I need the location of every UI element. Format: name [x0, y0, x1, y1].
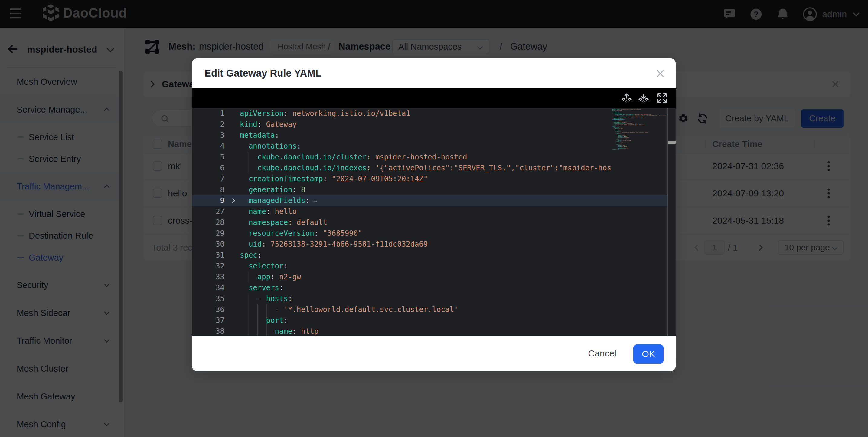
code-token: ckube.daocloud.io/cluster	[240, 153, 367, 161]
code-token: 75263138-3291-4b66-9581-f11dc032da69	[617, 124, 644, 125]
code-token: :	[367, 153, 375, 161]
code-token: resourceVersion	[240, 229, 314, 238]
line-number: 36	[192, 304, 224, 315]
code-line-31: 31spec:	[192, 250, 611, 261]
code-line-28: 28 namespace: default	[192, 217, 611, 228]
code-text: uid: 75263138-3291-4b66-9581-f11dc032da6…	[240, 239, 428, 250]
fold-chevron-icon[interactable]	[229, 197, 238, 204]
code-text: - hosts:	[240, 293, 292, 304]
code-line-29: 29 resourceVersion: "3685990"	[192, 228, 611, 239]
code-token: mspider-hosted-hosted	[375, 153, 467, 161]
code-token: "3685990"	[323, 229, 362, 238]
code-token	[240, 316, 266, 325]
code-token: baidu.com	[620, 143, 626, 143]
code-token: Gateway	[266, 120, 297, 128]
line-number: 29	[192, 228, 224, 239]
code-token: generation	[240, 185, 292, 194]
code-text: namespace: default	[240, 217, 327, 228]
editor-minimap[interactable]: apiVersion: networking.istio.io/v1beta1k…	[611, 108, 667, 336]
line-number: 4	[192, 141, 224, 152]
line-number: 38	[192, 326, 224, 336]
code-token: :	[284, 109, 292, 118]
code-line-27: 27 name: hello	[192, 206, 611, 217]
code-line-37: 37 port:	[192, 315, 611, 326]
line-number: 6	[192, 163, 224, 173]
code-text: apiVersion: networking.istio.io/v1beta1	[240, 108, 410, 119]
yaml-code-editor[interactable]: 1apiVersion: networking.istio.io/v1beta1…	[192, 108, 676, 336]
code-token: :	[284, 262, 288, 270]
code-token: n2-gw	[279, 273, 301, 281]
indent-guide	[249, 152, 249, 173]
code-token: annotations	[240, 142, 297, 150]
code-token: 8	[301, 185, 305, 194]
indent-guide	[257, 304, 258, 336]
ok-button[interactable]: OK	[633, 344, 663, 364]
code-text: - '*.helloworld.default.svc.cluster.loca…	[240, 304, 458, 315]
indent-guide	[249, 271, 249, 282]
code-text: ckube.daocloud.io/cluster: mspider-hoste…	[240, 152, 467, 163]
code-line-34: 34 servers:	[192, 282, 611, 293]
code-text: name: http	[240, 326, 318, 336]
code-text: managedFields: ⋯	[240, 195, 317, 206]
code-token: -	[240, 305, 284, 314]
editor-scrollbar-slider[interactable]	[668, 141, 676, 144]
code-token: :	[279, 284, 283, 292]
code-line-2: 2kind: Gateway	[192, 119, 611, 130]
code-token: apiVersion	[240, 109, 284, 118]
code-token: hello	[275, 207, 297, 216]
line-number: 5	[192, 152, 224, 163]
code-token: :	[270, 273, 279, 281]
modal-title: Edit Gateway Rule YAML	[205, 58, 321, 88]
line-number: 35	[192, 293, 224, 304]
code-token: '*.helloworld.default.svc.cluster.local'	[284, 305, 459, 314]
code-token: status	[612, 149, 617, 150]
indent-guide	[266, 304, 267, 336]
line-number: 2	[192, 119, 224, 130]
code-text: name: hello	[240, 206, 297, 217]
fullscreen-icon[interactable]	[656, 92, 668, 104]
cancel-button[interactable]: Cancel	[588, 344, 616, 363]
line-number: 7	[192, 173, 224, 184]
code-token: :	[261, 240, 270, 249]
edit-yaml-modal: Edit Gateway Rule YAML 1apiVersion: netw…	[192, 58, 676, 371]
code-text: annotations:	[240, 141, 301, 152]
code-line-7: 7 creationTimestamp: "2024-07-09T05:20:1…	[192, 173, 611, 184]
download-icon[interactable]	[638, 92, 649, 104]
line-number: 9	[192, 195, 224, 206]
code-token: :	[367, 164, 375, 172]
code-token: HTTP	[625, 148, 628, 149]
minimap-content: apiVersion: networking.istio.io/v1beta1k…	[612, 109, 667, 150]
code-text: creationTimestamp: "2024-07-09T05:20:14Z…	[240, 173, 428, 184]
code-token: default	[297, 218, 327, 227]
line-number: 34	[192, 282, 224, 293]
modal-header: Edit Gateway Rule YAML	[192, 58, 676, 88]
code-token: :	[314, 229, 323, 238]
code-token: networking.istio.io/v1beta1	[621, 109, 641, 110]
code-token: :	[257, 251, 261, 259]
code-token: selector	[240, 262, 284, 270]
code-token: http	[301, 327, 318, 336]
code-text: kind: Gateway	[240, 119, 297, 130]
code-token: "2024-07-09T05:20:14Z"	[628, 117, 644, 117]
code-token: kind	[240, 120, 257, 128]
code-token: ckube.daocloud.io/indexes	[240, 164, 367, 172]
code-token: name	[275, 327, 292, 336]
code-token: :	[266, 207, 275, 216]
code-token: ⋯	[310, 197, 317, 205]
line-number: 31	[192, 250, 224, 261]
code-token: :	[275, 131, 279, 140]
code-text: servers:	[240, 282, 284, 293]
code-token: :	[323, 175, 332, 183]
code-token: creationTimestamp	[240, 175, 323, 183]
code-text: resourceVersion: "3685990"	[240, 228, 362, 239]
code-line-33: 33 app: n2-gw	[192, 271, 611, 282]
code-text: metadata:	[240, 130, 279, 141]
code-token: -	[240, 294, 266, 303]
code-line-3: 3metadata:	[192, 130, 611, 141]
upload-icon[interactable]	[621, 92, 632, 104]
line-number: 32	[192, 261, 224, 271]
code-line-5: 5 ckube.daocloud.io/cluster: mspider-hos…	[192, 152, 611, 163]
code-line-4: 4 annotations:	[192, 141, 611, 152]
code-text: port:	[240, 315, 288, 326]
modal-close-icon[interactable]	[655, 68, 665, 79]
